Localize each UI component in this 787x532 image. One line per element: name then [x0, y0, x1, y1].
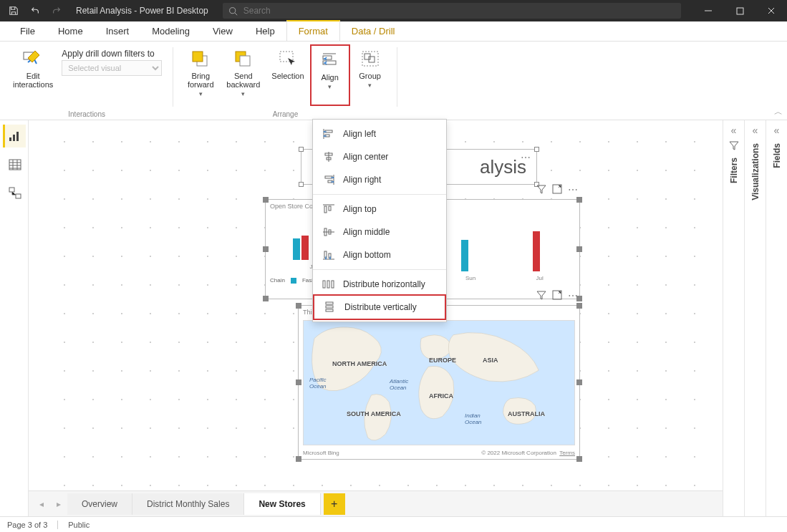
svg-rect-30	[326, 309, 333, 311]
drill-filters-label: Apply drill down filters to	[62, 49, 162, 59]
bring-forward-icon	[189, 47, 212, 70]
filter-pane-icon	[729, 140, 739, 150]
tab-nav-next[interactable]: ▸	[50, 495, 67, 513]
filters-pane-collapsed[interactable]: « Filters	[723, 120, 744, 516]
svg-rect-28	[326, 302, 333, 304]
distribute-h-icon	[322, 277, 336, 291]
distribute-v-icon	[323, 300, 337, 314]
distribute-horizontally-item[interactable]: Distribute horizontally	[313, 273, 446, 296]
filter-icon[interactable]	[536, 290, 548, 301]
tab-help[interactable]: Help	[244, 21, 286, 41]
drill-filters-select[interactable]: Selected visual	[62, 60, 162, 76]
search-input[interactable]	[243, 6, 675, 16]
chevron-down-icon: ▾	[328, 83, 332, 90]
visual-options-icon[interactable]: ⋯	[521, 152, 532, 163]
align-dropdown: Align left Align center Align right Alig…	[312, 119, 447, 322]
group-icon	[359, 47, 382, 70]
undo-icon[interactable]	[26, 1, 44, 20]
svg-rect-32	[13, 135, 15, 141]
fields-pane-collapsed[interactable]: « Fields	[766, 120, 787, 516]
map-terms-link[interactable]: Terms	[559, 450, 575, 456]
status-bar: Page 3 of 3 Public	[0, 516, 787, 532]
save-icon[interactable]	[4, 1, 23, 20]
edit-interactions-button[interactable]: Edit interactions	[7, 44, 59, 106]
visualizations-pane-collapsed[interactable]: « Visualizations	[744, 120, 766, 516]
more-icon[interactable]: ⋯	[568, 290, 579, 301]
align-left-icon	[322, 127, 336, 141]
more-icon[interactable]: ⋯	[568, 184, 579, 195]
group-label-interactions: Interactions	[0, 110, 173, 118]
add-page-button[interactable]: +	[324, 493, 345, 515]
edit-interactions-icon	[21, 47, 44, 70]
tab-nav-prev[interactable]: ◂	[33, 495, 50, 513]
align-center-item[interactable]: Align center	[313, 145, 446, 168]
chevron-down-icon: ▾	[368, 82, 372, 89]
model-view-button[interactable]	[3, 182, 26, 205]
tab-file[interactable]: File	[9, 21, 47, 41]
svg-rect-26	[327, 281, 329, 288]
selection-button[interactable]: Selection	[266, 44, 309, 106]
page-tab-district[interactable]: District Monthly Sales	[132, 493, 244, 515]
right-panes: « Filters « Visualizations « Fields	[723, 120, 787, 516]
align-bottom-item[interactable]: Align bottom	[313, 243, 446, 266]
distribute-vertically-item[interactable]: Distribute vertically	[313, 294, 446, 320]
chevron-down-icon: ▾	[241, 90, 245, 97]
tab-insert[interactable]: Insert	[95, 21, 141, 41]
search-icon	[228, 6, 238, 16]
map-visual[interactable]: ⋯ This Year Sales by City and Chain NORT…	[298, 305, 580, 460]
minimize-button[interactable]	[692, 0, 724, 21]
collapse-ribbon-button[interactable]: ︿	[774, 106, 783, 118]
align-button[interactable]: Align ▾	[310, 44, 350, 106]
bring-forward-button[interactable]: Bring forward ▾	[180, 44, 221, 106]
align-top-item[interactable]: Align top	[313, 198, 446, 221]
send-backward-button[interactable]: Send backward ▾	[221, 44, 266, 106]
svg-point-0	[229, 7, 235, 13]
search-box[interactable]	[223, 3, 681, 19]
tab-data-drill[interactable]: Data / Drill	[340, 21, 407, 41]
align-left-item[interactable]: Align left	[313, 122, 446, 145]
svg-rect-1	[737, 8, 743, 14]
focus-icon[interactable]	[552, 290, 564, 301]
align-right-icon	[322, 173, 336, 187]
menu-tabs: File Home Insert Modeling View Help Form…	[0, 21, 787, 42]
tab-modeling[interactable]: Modeling	[140, 21, 201, 41]
page-tab-overview[interactable]: Overview	[67, 493, 132, 515]
svg-rect-27	[332, 281, 334, 288]
svg-rect-20	[329, 206, 331, 211]
svg-rect-25	[323, 281, 325, 288]
svg-rect-35	[9, 188, 14, 192]
page-tabs: ◂ ▸ Overview District Monthly Sales New …	[29, 490, 723, 516]
svg-rect-33	[16, 132, 19, 141]
svg-rect-29	[326, 306, 333, 308]
align-bottom-icon	[322, 248, 336, 262]
ribbon: Edit interactions Apply drill down filte…	[0, 42, 787, 120]
filter-icon[interactable]	[536, 184, 548, 195]
tab-format[interactable]: Format	[286, 20, 340, 41]
svg-rect-31	[9, 137, 11, 141]
chevron-left-icon: «	[731, 125, 737, 136]
chevron-left-icon: «	[774, 125, 780, 136]
app-title: Retail Analysis - Power BI Desktop	[76, 6, 208, 16]
status-sensitivity: Public	[68, 521, 90, 529]
redo-icon[interactable]	[47, 1, 66, 20]
map-canvas[interactable]: NORTH AMERICA SOUTH AMERICA EUROPE AFRIC…	[303, 320, 575, 445]
focus-icon[interactable]	[552, 184, 564, 195]
align-icon	[319, 49, 342, 72]
svg-rect-4	[193, 52, 203, 62]
view-rail	[0, 120, 29, 516]
maximize-button[interactable]	[724, 0, 755, 21]
bing-logo: Microsoft Bing	[303, 450, 339, 456]
svg-rect-6	[240, 56, 250, 66]
data-view-button[interactable]	[3, 153, 26, 176]
group-button[interactable]: Group ▾	[350, 44, 390, 106]
tab-view[interactable]: View	[201, 21, 244, 41]
page-tab-newstores[interactable]: New Stores	[244, 493, 320, 515]
align-center-icon	[322, 150, 336, 164]
chevron-left-icon: «	[753, 125, 758, 136]
tab-home[interactable]: Home	[47, 21, 95, 41]
report-view-button[interactable]	[3, 125, 26, 147]
align-right-item[interactable]: Align right	[313, 168, 446, 191]
chevron-down-icon: ▾	[199, 90, 203, 97]
close-button[interactable]	[755, 0, 787, 21]
align-middle-item[interactable]: Align middle	[313, 221, 446, 243]
